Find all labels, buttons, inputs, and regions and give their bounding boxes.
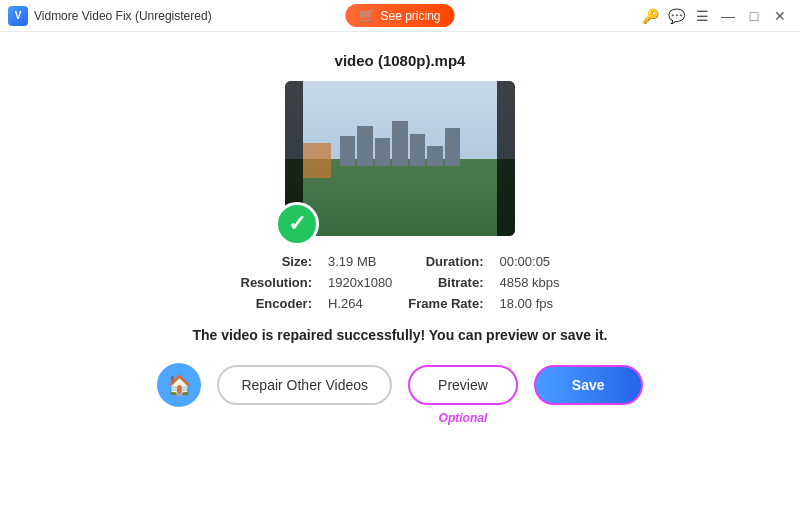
building-3 (375, 138, 390, 166)
duration-value: 00:00:05 (499, 254, 559, 269)
bitrate-value: 4858 kbps (499, 275, 559, 290)
framerate-value: 18.00 fps (499, 296, 559, 311)
thumb-overlay-right (497, 81, 515, 236)
encoder-label: Encoder: (241, 296, 313, 311)
building-1 (340, 136, 355, 166)
save-btn-wrapper: Save (534, 365, 643, 405)
cart-icon: 🛒 (359, 8, 375, 23)
video-title: video (1080p).mp4 (335, 52, 466, 69)
title-bar: V Vidmore Video Fix (Unregistered) 🛒 See… (0, 0, 800, 32)
info-grid: Size: 3.19 MB Duration: 00:00:05 Resolut… (241, 254, 560, 311)
video-thumbnail (285, 81, 515, 236)
thumb-buildings (340, 116, 460, 166)
main-content: video (1080p).mp4 ✓ Size: 3.19 MB Durati… (0, 32, 800, 519)
duration-label: Duration: (408, 254, 483, 269)
title-bar-right: 🔑 💬 ☰ — □ ✕ (638, 4, 792, 28)
bitrate-label: Bitrate: (408, 275, 483, 290)
app-title: Vidmore Video Fix (Unregistered) (34, 9, 212, 23)
framerate-label: Frame Rate: (408, 296, 483, 311)
preview-button[interactable]: Preview (408, 365, 518, 405)
video-thumbnail-container: ✓ (285, 81, 515, 236)
maximize-button[interactable]: □ (742, 4, 766, 28)
app-logo: V (8, 6, 28, 26)
home-button[interactable]: 🏠 (157, 363, 201, 407)
building-5 (410, 134, 425, 166)
actions-row: 🏠 Repair Other Videos Preview Optional S… (157, 363, 642, 407)
optional-label: Optional (439, 411, 488, 425)
building-7 (445, 128, 460, 166)
preview-btn-wrapper: Preview Optional (408, 365, 518, 405)
window-controls: — □ ✕ (716, 4, 792, 28)
checkmark-badge: ✓ (275, 202, 319, 246)
close-button[interactable]: ✕ (768, 4, 792, 28)
resolution-value: 1920x1080 (328, 275, 392, 290)
repair-other-button[interactable]: Repair Other Videos (217, 365, 392, 405)
encoder-value: H.264 (328, 296, 392, 311)
resolution-label: Resolution: (241, 275, 313, 290)
menu-button[interactable]: ☰ (690, 4, 714, 28)
pricing-button[interactable]: 🛒 See pricing (345, 4, 454, 27)
title-bar-left: V Vidmore Video Fix (Unregistered) (8, 6, 638, 26)
title-bar-center: 🛒 See pricing (345, 4, 454, 27)
building-4 (392, 121, 407, 166)
thumb-orange-rect (303, 143, 331, 178)
minimize-button[interactable]: — (716, 4, 740, 28)
building-6 (427, 146, 442, 166)
building-2 (357, 126, 372, 166)
size-label: Size: (241, 254, 313, 269)
size-value: 3.19 MB (328, 254, 392, 269)
success-message: The video is repaired successfully! You … (193, 327, 608, 343)
key-button[interactable]: 🔑 (638, 4, 662, 28)
message-button[interactable]: 💬 (664, 4, 688, 28)
save-button[interactable]: Save (534, 365, 643, 405)
